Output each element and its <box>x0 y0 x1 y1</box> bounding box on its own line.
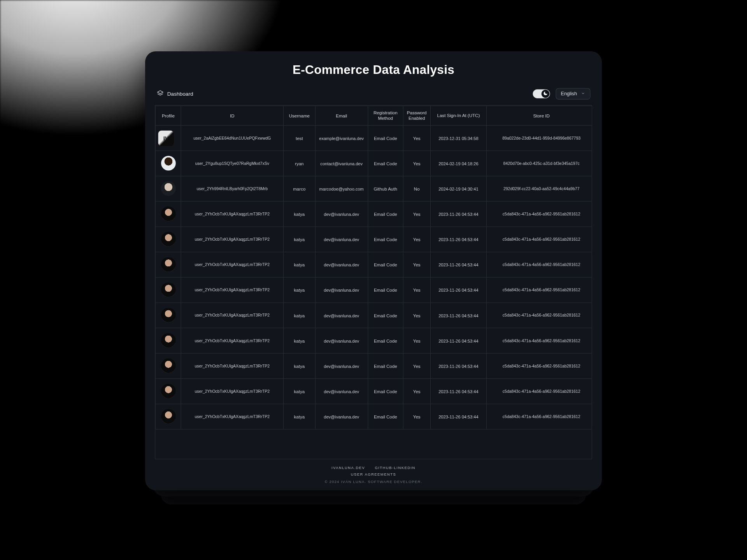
cell-pw: Yes <box>403 277 430 303</box>
table-row[interactable]: user_2YhOcbTxKUlgAXaqgzLmT3RrTP2katyadev… <box>156 328 592 353</box>
cell-pw: Yes <box>403 126 430 151</box>
cell-last: 2023-11-26 04:53:44 <box>430 277 487 303</box>
table-row[interactable]: user_2YhOcbTxKUlgAXaqgzLmT3RrTP2katyadev… <box>156 227 592 252</box>
cell-pw: Yes <box>403 404 430 429</box>
cell-store: c5da843c-471a-4a56-a962-9561ab281612 <box>487 379 592 404</box>
cell-reg: Email Code <box>368 126 403 151</box>
theme-toggle[interactable] <box>533 89 550 98</box>
cell-store: c5da843c-471a-4a56-a962-9561ab281612 <box>487 353 592 378</box>
footer-link-site[interactable]: IVANLUNA.DEV <box>331 466 365 470</box>
cell-last: 2023-11-26 04:53:44 <box>430 252 487 277</box>
cell-email: dev@ivanluna.dev <box>315 328 368 353</box>
cell-pw: Yes <box>403 303 430 328</box>
cell-id: user_2YhOcbTxKUlgAXaqgzLmT3RrTP2 <box>181 379 283 404</box>
users-table: Profile ID Username Email Registration M… <box>155 106 592 430</box>
avatar: IV <box>158 130 174 146</box>
cell-username: marco <box>284 176 316 201</box>
footer-link-social[interactable]: GITHUB-LINKEDIN <box>375 466 415 470</box>
cell-reg: Github Auth <box>368 176 403 201</box>
cell-store: c5da843c-471a-4a56-a962-9561ab281612 <box>487 404 592 429</box>
cell-reg: Email Code <box>368 303 403 328</box>
cell-email: dev@ivanluna.dev <box>315 404 368 429</box>
cell-store: c5da843c-471a-4a56-a962-9561ab281612 <box>487 328 592 353</box>
cell-last: 2024-02-19 04:30:41 <box>430 176 487 201</box>
col-id[interactable]: ID <box>181 106 283 125</box>
table-body: IVuser_2aAiZgbEE64dNun1UUePQFxwwdGtestex… <box>156 126 592 429</box>
cell-email: example@ivanluna.dev <box>315 126 368 151</box>
table-row[interactable]: user_2YhOcbTxKUlgAXaqgzLmT3RrTP2katyadev… <box>156 404 592 429</box>
cell-store: c5da843c-471a-4a56-a962-9561ab281612 <box>487 277 592 303</box>
cell-email: marcodoe@yahoo.com <box>315 176 368 201</box>
page-title: E-Commerce Data Analysis <box>145 51 602 80</box>
chevron-down-icon <box>581 91 585 97</box>
table-row[interactable]: user_2YhOcbTxKUlgAXaqgzLmT3RrTP2katyadev… <box>156 201 592 227</box>
col-profile[interactable]: Profile <box>156 106 181 125</box>
cell-email: dev@ivanluna.dev <box>315 379 368 404</box>
footer-copyright: © 2024 IVÁN LUNA. SOFTWARE DEVELOPER. <box>145 480 602 484</box>
users-table-container: Profile ID Username Email Registration M… <box>155 105 592 459</box>
cell-store: 89a022de-23d0-44d1-959d-84996e867793 <box>487 126 592 151</box>
table-row[interactable]: user_2YhOcbTxKUlgAXaqgzLmT3RrTP2katyadev… <box>156 379 592 404</box>
col-pw[interactable]: Password Enabled <box>403 106 430 125</box>
cell-last: 2023-11-26 04:53:44 <box>430 353 487 378</box>
cell-store: 292d029f-cc22-40a0-aa52-49c4c44a9b77 <box>487 176 592 201</box>
cell-reg: Email Code <box>368 277 403 303</box>
cell-last: 2024-02-19 04:18:26 <box>430 151 487 176</box>
cell-username: katya <box>284 353 316 378</box>
col-email[interactable]: Email <box>315 106 368 125</box>
cell-last: 2023-11-26 04:53:44 <box>430 404 487 429</box>
table-header: Profile ID Username Email Registration M… <box>156 106 592 125</box>
footer-link-agreements[interactable]: USER AGREEMENTS <box>351 472 396 477</box>
table-row[interactable]: user_2YhOcbTxKUlgAXaqgzLmT3RrTP2katyadev… <box>156 252 592 277</box>
cell-reg: Email Code <box>368 328 403 353</box>
cell-last: 2023-11-26 04:53:44 <box>430 201 487 227</box>
cell-username: katya <box>284 379 316 404</box>
cell-pw: No <box>403 176 430 201</box>
table-row[interactable]: user_2Ygu8up1SQTye07RaRgMkxt7xSvryancont… <box>156 151 592 176</box>
cell-pw: Yes <box>403 328 430 353</box>
cell-id: user_2Ygu8up1SQTye07RaRgMkxt7xSv <box>181 151 283 176</box>
cell-id: user_2YhOcbTxKUlgAXaqgzLmT3RrTP2 <box>181 404 283 429</box>
col-last[interactable]: Last Sign-In At (UTC) <box>430 106 487 125</box>
cell-email: contact@ivanluna.dev <box>315 151 368 176</box>
cell-username: test <box>284 126 316 151</box>
table-row[interactable]: IVuser_2aAiZgbEE64dNun1UUePQFxwwdGtestex… <box>156 126 592 151</box>
cell-email: dev@ivanluna.dev <box>315 277 368 303</box>
cell-store: 8420d70e-abc0-425c-a31d-bf3e345a197c <box>487 151 592 176</box>
cell-last: 2023-12-31 05:34:58 <box>430 126 487 151</box>
cell-username: katya <box>284 201 316 227</box>
table-row[interactable]: user_2YhOcbTxKUlgAXaqgzLmT3RrTP2katyadev… <box>156 303 592 328</box>
avatar <box>161 257 176 272</box>
cell-pw: Yes <box>403 353 430 378</box>
col-username[interactable]: Username <box>284 106 316 125</box>
cell-email: dev@ivanluna.dev <box>315 252 368 277</box>
cell-last: 2023-11-26 04:53:44 <box>430 227 487 252</box>
cell-pw: Yes <box>403 379 430 404</box>
language-select[interactable]: English <box>556 88 591 100</box>
cell-email: dev@ivanluna.dev <box>315 353 368 378</box>
cell-pw: Yes <box>403 151 430 176</box>
avatar <box>161 358 176 373</box>
cell-id: user_2Yh994RnlLByarh0Fp2Qt2T8Mrb <box>181 176 283 201</box>
cell-pw: Yes <box>403 227 430 252</box>
cell-reg: Email Code <box>368 353 403 378</box>
cell-username: katya <box>284 227 316 252</box>
cell-username: katya <box>284 328 316 353</box>
table-row[interactable]: user_2Yh994RnlLByarh0Fp2Qt2T8Mrbmarcomar… <box>156 176 592 201</box>
col-store[interactable]: Store ID <box>487 106 592 125</box>
cell-email: dev@ivanluna.dev <box>315 227 368 252</box>
cell-username: katya <box>284 404 316 429</box>
table-row[interactable]: user_2YhOcbTxKUlgAXaqgzLmT3RrTP2katyadev… <box>156 353 592 378</box>
cell-username: katya <box>284 303 316 328</box>
breadcrumb[interactable]: Dashboard <box>156 89 193 98</box>
cell-email: dev@ivanluna.dev <box>315 201 368 227</box>
cell-id: user_2YhOcbTxKUlgAXaqgzLmT3RrTP2 <box>181 303 283 328</box>
cell-store: c5da843c-471a-4a56-a962-9561ab281612 <box>487 201 592 227</box>
cell-reg: Email Code <box>368 151 403 176</box>
cell-pw: Yes <box>403 252 430 277</box>
cell-store: c5da843c-471a-4a56-a962-9561ab281612 <box>487 303 592 328</box>
cell-id: user_2YhOcbTxKUlgAXaqgzLmT3RrTP2 <box>181 353 283 378</box>
cell-last: 2023-11-26 04:53:44 <box>430 379 487 404</box>
table-row[interactable]: user_2YhOcbTxKUlgAXaqgzLmT3RrTP2katyadev… <box>156 277 592 303</box>
col-reg[interactable]: Registration Method <box>368 106 403 125</box>
